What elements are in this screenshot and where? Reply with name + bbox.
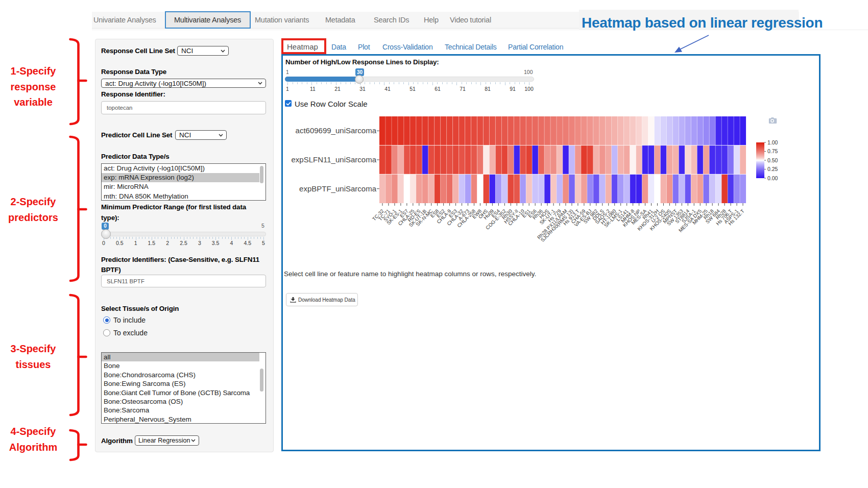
svg-text:0.25: 0.25 [767, 166, 778, 172]
svg-text:expBPTF_uniSarcoma: expBPTF_uniSarcoma [299, 184, 377, 193]
svg-text:0.75: 0.75 [767, 148, 778, 154]
svg-text:1.00: 1.00 [767, 139, 778, 145]
svg-text:0.00: 0.00 [767, 175, 778, 181]
svg-text:expSLFN11_uniSarcoma: expSLFN11_uniSarcoma [292, 155, 377, 164]
svg-text:0.50: 0.50 [767, 157, 778, 163]
svg-text:act609699_uniSarcoma: act609699_uniSarcoma [296, 126, 377, 135]
